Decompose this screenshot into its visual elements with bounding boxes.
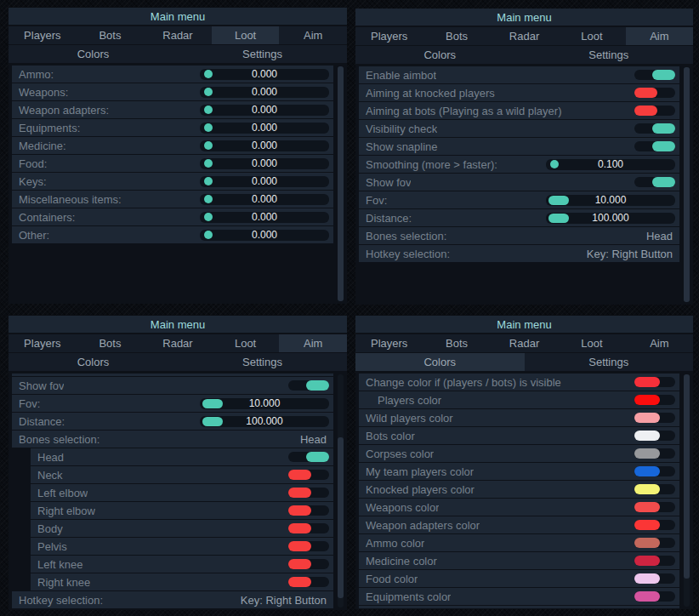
subtab-settings[interactable]: Settings <box>178 353 347 371</box>
color-picker-knocked-players-color[interactable] <box>634 484 675 494</box>
slider-food[interactable]: 0.000 <box>200 158 329 169</box>
tab-players[interactable]: Players <box>355 27 423 45</box>
tab-radar[interactable]: Radar <box>144 26 212 44</box>
slider-ammo[interactable]: 0.000 <box>200 69 329 80</box>
slider-containers[interactable]: 0.000 <box>200 212 329 223</box>
color-picker-wild-players-color[interactable] <box>634 413 675 423</box>
tab-aim[interactable]: Aim <box>279 334 347 352</box>
tab-bots[interactable]: Bots <box>423 27 490 45</box>
toggle-enable-aimbot[interactable] <box>634 70 675 80</box>
color-swatch[interactable] <box>634 466 660 476</box>
scrollbar[interactable] <box>338 374 344 607</box>
tab-players[interactable]: Players <box>9 334 77 352</box>
toggle-knob[interactable] <box>652 123 675 134</box>
subtab-settings[interactable]: Settings <box>178 45 347 63</box>
toggle-neck[interactable] <box>288 470 329 480</box>
subtab-colors[interactable]: Colors <box>355 46 525 64</box>
scrollbar[interactable] <box>684 67 690 302</box>
toggle-knob[interactable] <box>306 452 329 462</box>
color-swatch[interactable] <box>634 395 660 405</box>
subtab-settings[interactable]: Settings <box>525 46 694 64</box>
slider-other[interactable]: 0.000 <box>200 230 329 241</box>
row-hotkey-selection[interactable]: Hotkey selection:Key: Right Button <box>12 591 333 608</box>
scrollbar-thumb[interactable] <box>338 437 344 598</box>
subtab-colors[interactable]: Colors <box>355 353 525 371</box>
toggle-knob[interactable] <box>652 70 675 80</box>
toggle-knob[interactable] <box>634 106 657 116</box>
color-picker-equipments-color[interactable] <box>634 591 675 602</box>
subtab-colors[interactable]: Colors <box>9 353 178 371</box>
toggle-knob[interactable] <box>288 541 311 551</box>
color-picker-my-team-players-color[interactable] <box>634 466 675 476</box>
toggle-left-knee[interactable] <box>288 559 329 569</box>
toggle-head[interactable] <box>288 452 329 462</box>
scrollbar[interactable] <box>338 66 344 301</box>
toggle-knob[interactable] <box>652 141 675 151</box>
color-swatch[interactable] <box>634 520 660 530</box>
tab-radar[interactable]: Radar <box>144 334 212 352</box>
toggle-knob[interactable] <box>306 380 329 391</box>
tab-aim[interactable]: Aim <box>626 334 693 352</box>
color-swatch[interactable] <box>634 484 660 494</box>
slider-miscellaneous-items[interactable]: 0.000 <box>200 194 329 205</box>
toggle-knob[interactable] <box>652 177 675 187</box>
slider-fov[interactable]: 10.000 <box>200 398 329 409</box>
scrollbar[interactable] <box>684 374 690 607</box>
tab-bots[interactable]: Bots <box>77 334 145 352</box>
tab-players[interactable]: Players <box>9 26 77 44</box>
toggle-knob[interactable] <box>288 505 311 516</box>
color-swatch[interactable] <box>634 448 660 459</box>
toggle-knob[interactable] <box>634 88 657 98</box>
tab-aim[interactable]: Aim <box>626 27 693 45</box>
slider-distance[interactable]: 100.000 <box>546 213 675 224</box>
slider-smoothing-more-faster[interactable]: 0.100 <box>546 159 675 170</box>
row-bones-selection[interactable]: Bones selection:Head <box>359 227 679 244</box>
color-picker-corpses-color[interactable] <box>634 448 675 459</box>
color-swatch[interactable] <box>634 413 660 423</box>
tab-radar[interactable]: Radar <box>491 334 558 352</box>
toggle-aiming-at-knocked-players[interactable] <box>634 88 675 98</box>
slider-keys[interactable]: 0.000 <box>200 176 329 187</box>
toggle-left-elbow[interactable] <box>288 488 329 498</box>
toggle-right-knee[interactable] <box>288 577 329 587</box>
tab-aim[interactable]: Aim <box>279 26 347 44</box>
toggle-show-snapline[interactable] <box>634 141 675 151</box>
tab-loot[interactable]: Loot <box>558 27 625 45</box>
color-swatch[interactable] <box>634 431 660 441</box>
slider-weapon-adapters[interactable]: 0.000 <box>200 105 329 116</box>
toggle-knob[interactable] <box>288 577 311 587</box>
slider-distance[interactable]: 100.000 <box>200 416 329 427</box>
toggle-show-fov[interactable] <box>634 177 675 187</box>
color-picker-bots-color[interactable] <box>634 431 675 441</box>
subtab-colors[interactable]: Colors <box>9 45 178 63</box>
color-swatch[interactable] <box>634 502 660 512</box>
tab-players[interactable]: Players <box>355 334 423 352</box>
toggle-knob[interactable] <box>288 523 311 533</box>
color-picker-players-color[interactable] <box>634 395 675 405</box>
row-hotkey-selection[interactable]: Hotkey selection:Key: Right Button <box>359 245 679 262</box>
slider-weapons[interactable]: 0.000 <box>200 87 329 98</box>
scrollbar-thumb[interactable] <box>338 66 344 301</box>
toggle-visibility-check[interactable] <box>634 123 675 134</box>
toggle-pelvis[interactable] <box>288 541 329 551</box>
toggle-knob[interactable] <box>288 470 311 480</box>
slider-fov[interactable]: 10.000 <box>546 195 675 206</box>
toggle-knob[interactable] <box>288 488 311 498</box>
slider-medicine[interactable]: 0.000 <box>200 140 329 151</box>
row-bones-selection[interactable]: Bones selection:Head <box>12 431 333 448</box>
color-swatch[interactable] <box>634 556 660 566</box>
toggle-show-fov[interactable] <box>288 380 329 391</box>
tab-loot[interactable]: Loot <box>558 334 625 352</box>
color-swatch[interactable] <box>634 377 660 387</box>
color-swatch[interactable] <box>634 538 660 548</box>
color-picker-weapons-color[interactable] <box>634 502 675 512</box>
slider-equipments[interactable]: 0.000 <box>200 123 329 134</box>
color-picker-change-color-if-players-bots-is-visible[interactable] <box>634 377 675 387</box>
tab-bots[interactable]: Bots <box>77 26 145 44</box>
scrollbar-thumb[interactable] <box>684 374 690 579</box>
scrollbar-thumb[interactable] <box>684 67 690 302</box>
color-picker-weapon-adapters-color[interactable] <box>634 520 675 530</box>
color-swatch[interactable] <box>634 591 660 602</box>
toggle-knob[interactable] <box>288 559 311 569</box>
tab-loot[interactable]: Loot <box>212 26 280 44</box>
